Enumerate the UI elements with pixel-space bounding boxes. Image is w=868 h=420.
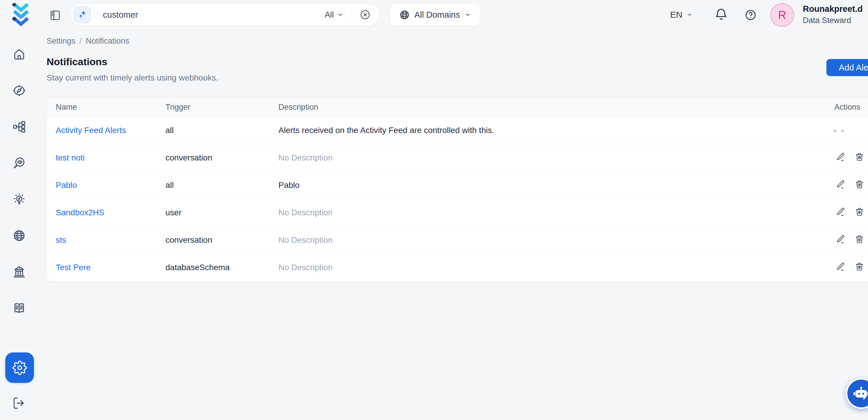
breadcrumb-separator: /	[80, 36, 82, 46]
edit-icon[interactable]	[836, 262, 845, 274]
column-header-actions: Actions	[778, 102, 868, 112]
alert-actions	[778, 234, 868, 246]
table-body: Activity Feed Alerts all Alerts received…	[47, 117, 868, 281]
alert-description: No Description	[270, 235, 778, 245]
edit-icon[interactable]	[836, 152, 845, 164]
alert-name-link[interactable]: Activity Feed Alerts	[47, 126, 157, 135]
sidebar-item-insights[interactable]	[0, 181, 38, 217]
table-row: sts conversation No Description	[47, 226, 868, 253]
logout-button[interactable]	[12, 396, 27, 411]
table-row: Activity Feed Alerts all Alerts received…	[47, 117, 868, 144]
breadcrumb: Settings / Notifications	[46, 36, 129, 46]
robot-icon	[852, 384, 868, 403]
column-header-trigger: Trigger	[157, 102, 270, 112]
sidebar-item-lineage[interactable]	[0, 109, 38, 145]
table-row: Test Pere databaseSchema No Description	[47, 253, 868, 281]
alert-actions	[778, 179, 868, 191]
delete-icon[interactable]	[855, 262, 864, 274]
ai-search-icon[interactable]	[74, 6, 91, 23]
delete-icon[interactable]	[855, 207, 864, 219]
alert-description: No Description	[270, 208, 778, 217]
edit-icon[interactable]	[836, 207, 845, 219]
breadcrumb-settings[interactable]: Settings	[46, 36, 75, 46]
home-icon	[12, 48, 26, 61]
edit-icon[interactable]	[836, 234, 845, 246]
domains-dropdown[interactable]: All Domains	[390, 3, 480, 26]
search-divider	[351, 8, 352, 22]
delete-icon[interactable]	[855, 152, 864, 164]
edit-icon[interactable]	[836, 179, 845, 191]
clear-circle-icon	[360, 9, 371, 20]
sidebar-toggle-button[interactable]	[49, 9, 62, 22]
alert-trigger: conversation	[157, 153, 270, 162]
chevron-down-icon	[465, 11, 471, 18]
table-row: Sandbox2HS user No Description	[47, 199, 868, 226]
help-circle-icon	[744, 9, 757, 21]
user-avatar[interactable]: R	[770, 3, 794, 27]
avatar-initial: R	[778, 9, 786, 22]
bell-icon	[714, 8, 728, 22]
notifications-bell-button[interactable]	[714, 8, 728, 22]
sidebar-item-domains-globe[interactable]	[0, 217, 38, 253]
language-label: EN	[670, 10, 682, 20]
search-scope-dropdown[interactable]: All	[325, 10, 344, 20]
user-menu[interactable]: Rounakpreet.d Data Steward	[803, 4, 868, 25]
sidebar-item-explore-compass[interactable]	[0, 72, 38, 109]
delete-icon[interactable]	[855, 179, 864, 191]
page-subtitle: Stay current with timely alerts using we…	[46, 73, 218, 83]
chevron-down-icon	[686, 11, 693, 18]
alert-name-link[interactable]: sts	[47, 235, 157, 245]
alert-trigger: databaseSchema	[157, 263, 270, 272]
table-header: Name Trigger Description Actions	[47, 98, 868, 117]
column-header-description: Description	[270, 102, 778, 112]
sidebar-item-govern[interactable]	[0, 253, 38, 290]
alert-description: Pablo	[270, 181, 778, 190]
alert-name-link[interactable]: Pablo	[47, 181, 157, 190]
add-alert-button[interactable]: Add Alert	[827, 59, 868, 76]
settings-gear-icon	[12, 360, 27, 375]
alert-description: No Description	[270, 263, 778, 272]
sidebar-item-glossary-book[interactable]	[0, 290, 38, 326]
domains-globe-icon	[12, 229, 26, 242]
sidebar-item-home[interactable]	[0, 36, 38, 72]
alert-actions	[778, 152, 868, 164]
alert-name-link[interactable]: Test Pere	[47, 263, 157, 272]
observability-icon	[12, 156, 26, 170]
app-root: All All Domains EN R Rounakpreet.d Data …	[0, 0, 868, 420]
sidebar-nav	[0, 36, 38, 326]
sidebar	[0, 0, 38, 420]
alert-description: No Description	[270, 153, 778, 162]
search-input[interactable]	[95, 10, 325, 20]
globe-icon	[399, 9, 410, 20]
alert-name-link[interactable]: Sandbox2HS	[47, 208, 157, 217]
search-scope-label: All	[325, 10, 334, 20]
search-clear-button[interactable]	[360, 9, 371, 21]
insights-icon	[12, 192, 26, 206]
ai-assistant-button[interactable]	[846, 378, 868, 409]
lineage-icon	[12, 120, 26, 133]
logout-icon	[12, 396, 27, 410]
sidebar-item-settings[interactable]	[5, 353, 34, 383]
govern-icon	[12, 265, 26, 279]
sidebar-item-observability[interactable]	[0, 145, 38, 181]
app-logo-icon[interactable]	[12, 3, 30, 27]
chevron-down-icon	[337, 11, 344, 18]
table-row: test noti conversation No Description	[47, 144, 868, 171]
panel-toggle-icon	[49, 9, 62, 22]
alert-name-link[interactable]: test noti	[47, 153, 157, 162]
column-header-name: Name	[47, 102, 157, 112]
no-actions-placeholder: - -	[778, 126, 868, 135]
delete-icon[interactable]	[855, 234, 864, 246]
alert-trigger: all	[157, 126, 270, 135]
glossary-book-icon	[12, 301, 26, 315]
global-search-bar: All	[70, 3, 379, 26]
page-title: Notifications	[46, 56, 107, 67]
explore-compass-icon	[12, 84, 26, 97]
alert-actions	[778, 207, 868, 219]
help-button[interactable]	[744, 8, 757, 22]
alert-trigger: user	[157, 208, 270, 217]
user-role: Data Steward	[803, 16, 868, 25]
alert-trigger: conversation	[157, 235, 270, 245]
domains-label: All Domains	[414, 10, 460, 20]
language-dropdown[interactable]: EN	[670, 6, 693, 23]
